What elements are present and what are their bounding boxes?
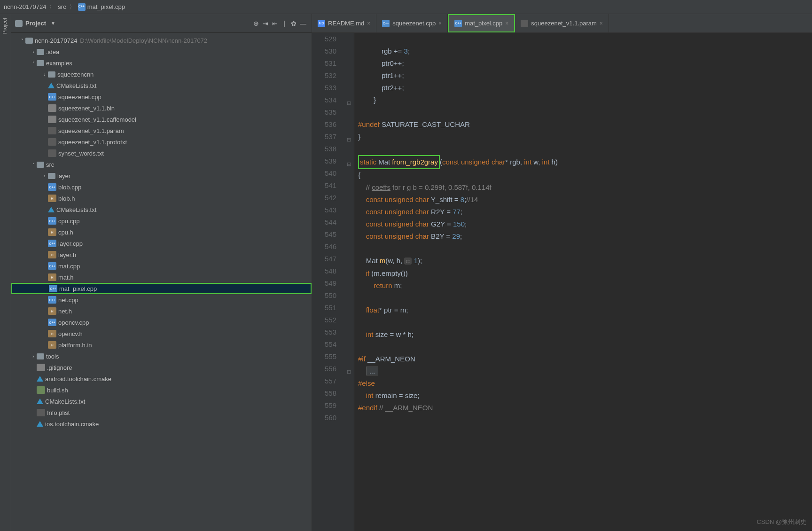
tree-item-squeezenet-v1-1-bin[interactable]: squeezenet_v1.1.bin xyxy=(11,102,312,114)
tree-item-squeezenet-v1-1-prototxt[interactable]: squeezenet_v1.1.prototxt xyxy=(11,136,312,148)
tree-item-net-cpp[interactable]: C++net.cpp xyxy=(11,294,312,305)
close-icon[interactable]: × xyxy=(438,20,442,27)
h-icon: H xyxy=(48,330,56,337)
tree-item-src[interactable]: ˅src xyxy=(11,159,312,170)
hide-icon[interactable]: — xyxy=(298,19,308,28)
tree-item-squeezencnn[interactable]: ›squeezencnn xyxy=(11,69,312,80)
tree-item-ios-toolchain-cmake[interactable]: ios.toolchain.cmake xyxy=(11,418,312,429)
tree-item-label: ios.toolchain.cmake xyxy=(45,421,99,428)
tab-readme-md[interactable]: MDREADME.md× xyxy=(312,14,376,32)
chevron-right-icon: 〉 xyxy=(49,3,55,11)
tree-item-label: CMakeLists.txt xyxy=(56,82,96,89)
chevron-right-icon: 〉 xyxy=(69,3,75,11)
tree-arrow-icon[interactable]: › xyxy=(41,72,48,77)
tree-arrow-icon[interactable]: › xyxy=(30,354,37,359)
locate-icon[interactable]: ⊕ xyxy=(251,19,261,28)
fold-gutter[interactable]: ⊟⊟⊟⊞ xyxy=(346,33,354,531)
editor-tabs: MDREADME.md×C++squeezenet.cpp×C++mat_pix… xyxy=(312,14,812,33)
sidebar-rail[interactable]: Project xyxy=(0,14,11,531)
breadcrumb-file[interactable]: mat_pixel.cpp xyxy=(87,3,125,10)
editor-gutter: 5295305315325335345355365375385395405415… xyxy=(312,33,346,531)
tree-item-label: layer.cpp xyxy=(58,240,83,247)
fold-toggle-icon[interactable]: ⊞ xyxy=(347,366,351,378)
tree-item-label: .gitignore xyxy=(47,364,72,371)
tree-item-label: layer xyxy=(57,172,70,180)
tree-item-opencv-h[interactable]: Hopencv.h xyxy=(11,328,312,339)
tree-item-mat-pixel-cpp[interactable]: C++mat_pixel.cpp xyxy=(11,283,312,294)
fold-toggle-icon[interactable]: ⊟ xyxy=(347,97,351,109)
h-icon: H xyxy=(48,273,56,281)
chevron-down-icon[interactable]: ▼ xyxy=(51,21,55,26)
folder-icon xyxy=(37,49,44,55)
tree-item-mat-cpp[interactable]: C++mat.cpp xyxy=(11,260,312,272)
breadcrumb-root[interactable]: ncnn-20170724 xyxy=(4,3,46,10)
tree-item-label: net.cpp xyxy=(58,297,78,304)
project-icon xyxy=(15,20,23,27)
tree-item-layer-cpp[interactable]: C++layer.cpp xyxy=(11,238,312,249)
folder-icon xyxy=(48,71,55,78)
tree-item-build-sh[interactable]: build.sh xyxy=(11,384,312,396)
tree-item-blob-h[interactable]: Hblob.h xyxy=(11,193,312,204)
tab-label: squeezenet.cpp xyxy=(392,20,436,27)
tree-item-cpu-cpp[interactable]: C++cpu.cpp xyxy=(11,215,312,226)
cpp-icon: C++ xyxy=(48,319,56,326)
tab-label: squeezenet_v1.1.param xyxy=(531,20,596,27)
project-panel: Project ▼ ⊕ ⇥ ⇤ | ✿ — ˅ncnn-20170724D:\W… xyxy=(11,14,312,531)
tree-item-cmakelists-txt[interactable]: CMakeLists.txt xyxy=(11,396,312,407)
tree-item-mat-h[interactable]: Hmat.h xyxy=(11,272,312,283)
tree-item--idea[interactable]: ›.idea xyxy=(11,46,312,57)
tree-item-blob-cpp[interactable]: C++blob.cpp xyxy=(11,181,312,193)
tree-item-platform-h-in[interactable]: Hplatform.h.in xyxy=(11,339,312,351)
tree-item-ncnn-20170724[interactable]: ˅ncnn-20170724D:\Workfile\ModelDeploy\NC… xyxy=(11,35,312,46)
tab-mat-pixel-cpp[interactable]: C++mat_pixel.cpp× xyxy=(448,14,515,32)
tree-item-label: net.h xyxy=(58,308,72,315)
tree-item-cmakelists-txt[interactable]: CMakeLists.txt xyxy=(11,204,312,215)
param-icon xyxy=(48,149,56,157)
close-icon[interactable]: × xyxy=(367,20,370,27)
tree-item-examples[interactable]: ˅examples xyxy=(11,57,312,69)
tree-arrow-icon[interactable]: › xyxy=(30,49,37,55)
tree-item-tools[interactable]: ›tools xyxy=(11,351,312,362)
tree-item-label: build.sh xyxy=(47,387,68,394)
tree-item-synset-words-txt[interactable]: synset_words.txt xyxy=(11,148,312,159)
tree-arrow-icon[interactable]: › xyxy=(41,173,48,179)
settings-icon[interactable]: ✿ xyxy=(289,19,298,28)
breadcrumb-folder[interactable]: src xyxy=(58,3,66,10)
cpp-file-icon xyxy=(78,3,86,11)
tree-item-cpu-h[interactable]: Hcpu.h xyxy=(11,226,312,238)
collapse-icon[interactable]: ⇤ xyxy=(270,19,280,28)
tree-item-squeezenet-v1-1-param[interactable]: squeezenet_v1.1.param xyxy=(11,125,312,136)
rail-label-project[interactable]: Project xyxy=(0,14,9,38)
tree-arrow-icon[interactable]: ˅ xyxy=(30,61,37,66)
fold-toggle-icon[interactable]: ⊟ xyxy=(347,133,351,146)
tree-item-label: src xyxy=(46,161,54,168)
tree-item-opencv-cpp[interactable]: C++opencv.cpp xyxy=(11,317,312,328)
tree-item-label: blob.cpp xyxy=(58,184,81,191)
tree-item-cmakelists-txt[interactable]: CMakeLists.txt xyxy=(11,80,312,91)
tree-item-squeezenet-v1-1-caffemodel[interactable]: squeezenet_v1.1.caffemodel xyxy=(11,114,312,125)
tree-arrow-icon[interactable]: ˅ xyxy=(19,38,25,43)
tree-item-info-plist[interactable]: Info.plist xyxy=(11,407,312,418)
tab-squeezenet-cpp[interactable]: C++squeezenet.cpp× xyxy=(376,14,448,32)
tree-item-android-toolchain-cmake[interactable]: android.toolchain.cmake xyxy=(11,373,312,384)
tree-item-label: platform.h.in xyxy=(58,342,92,349)
tree-item-net-h[interactable]: Hnet.h xyxy=(11,305,312,317)
tree-item-path: D:\Workfile\ModelDeploy\NCNN\ncnn-201707… xyxy=(80,37,207,44)
cmake-icon xyxy=(37,398,43,404)
tree-item-layer-h[interactable]: Hlayer.h xyxy=(11,249,312,260)
expand-icon[interactable]: ⇥ xyxy=(261,19,270,28)
code-editor[interactable]: rgb += 3; ptr0++; ptr1++; ptr2++; } #und… xyxy=(354,33,812,531)
fold-toggle-icon[interactable]: ⊟ xyxy=(347,158,351,170)
tree-arrow-icon[interactable]: ˅ xyxy=(30,162,37,167)
close-icon[interactable]: × xyxy=(600,20,603,27)
tab-squeezenet-v1-1-param[interactable]: squeezenet_v1.1.param× xyxy=(515,14,609,32)
project-tree[interactable]: ˅ncnn-20170724D:\Workfile\ModelDeploy\NC… xyxy=(11,33,312,531)
project-title[interactable]: Project xyxy=(25,20,46,27)
tree-item-layer[interactable]: ›layer xyxy=(11,170,312,181)
tree-item--gitignore[interactable]: .gitignore xyxy=(11,362,312,373)
cmake-icon xyxy=(48,207,55,212)
cpp-file-icon: C++ xyxy=(454,20,462,27)
tree-item-squeezenet-cpp[interactable]: C++squeezenet.cpp xyxy=(11,91,312,102)
close-icon[interactable]: × xyxy=(505,20,508,27)
cmake-icon xyxy=(37,376,43,382)
